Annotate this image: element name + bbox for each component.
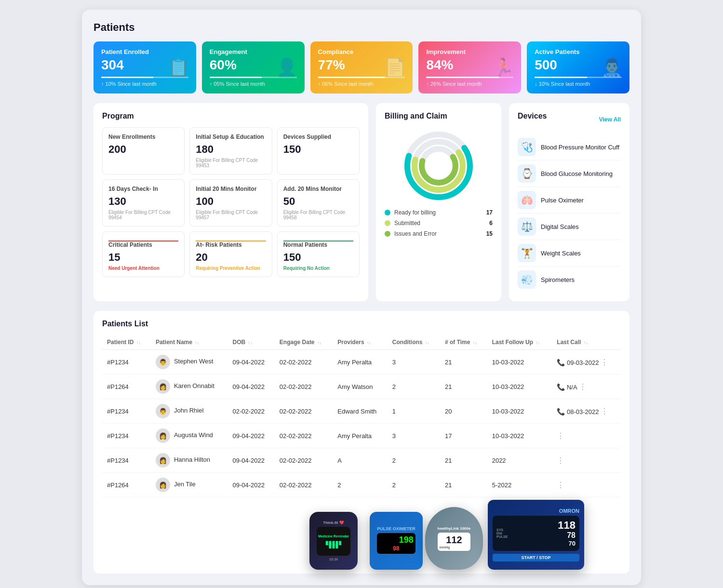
patient-id-cell: #P1234 (102, 448, 151, 473)
patient-follow-cell: 10-03-2022 (487, 424, 552, 448)
program-card-at-risk-patients: At- Risk Patients 20 Requiring Preventiv… (189, 231, 272, 277)
call-icon-gray: 📞 (557, 383, 565, 391)
patient-call-cell: ⋮ (552, 448, 621, 473)
program-card-initial-20-mins: Initial 20 Mins Monitor 100 Eligible For… (189, 179, 272, 227)
stat-card-bar-fill-patient-enrolled (101, 77, 153, 78)
col-header-5[interactable]: Conditions ↑↓ (388, 335, 440, 350)
legend-value-2: 15 (486, 230, 493, 237)
omron-device: OMRON SYSDIAPULSE 118 78 70 START / STOP (488, 500, 584, 570)
main-content-row: Program New Enrollments 200 Initial Setu… (94, 103, 629, 301)
patient-conditions-cell: 1 (388, 399, 440, 424)
donut-chart-container (385, 127, 493, 204)
patient-dob-cell: 09-04-2022 (228, 350, 275, 374)
col-header-8[interactable]: Last Call ↑↓ (552, 335, 621, 350)
stat-card-icon-active-patients: 👨‍⚕️ (601, 57, 623, 78)
patient-avatar: 👩 (156, 379, 170, 394)
prog-card-value-initial-20-mins: 100 (196, 195, 266, 208)
patient-follow-cell: 5-2022 (487, 473, 552, 497)
program-grid: New Enrollments 200 Initial Setup & Educ… (102, 127, 360, 277)
more-options-icon[interactable]: ⋮ (557, 456, 564, 465)
devices-section: Devices View All 🩺 Blood Pressure Monito… (509, 103, 629, 301)
dashboard: Patients Patient Enrolled 304 ↑ 10% Sinc… (82, 10, 641, 585)
device-icon-weight-scales: 🏋️ (518, 244, 536, 262)
bp-monitor-small: healthyLink 1000e 112 mmHg (425, 507, 483, 570)
legend-left-1: Submitted (385, 220, 420, 227)
patient-provider-cell: Edward Smith (333, 399, 388, 424)
patient-dob-cell: 09-04-2022 (228, 374, 275, 399)
patient-time-cell: 20 (440, 399, 487, 424)
patient-engage-cell: 02-02-2022 (275, 424, 333, 448)
patient-engage-cell: 02-02-2022 (275, 399, 333, 424)
col-header-1[interactable]: Patient Name ↑↓ (151, 335, 228, 350)
table-row: #P1264 👩Jen Tile 09-04-2022 02-02-2022 2… (102, 473, 621, 497)
device-item-pulse-oximeter[interactable]: 🫁 Pulse Oximeter (518, 187, 621, 214)
page-title: Patients (94, 21, 629, 34)
devices-list: 🩺 Blood Pressure Monitor Cuff ⌚ Blood Gl… (518, 134, 621, 293)
device-icon-digital-scales: ⚖️ (518, 217, 536, 236)
stat-card-icon-engagement: 👤 (276, 57, 298, 78)
patient-time-cell: 17 (440, 424, 487, 448)
more-options-icon[interactable]: ⋮ (579, 383, 587, 391)
sort-icon-1: ↑↓ (195, 340, 199, 345)
device-item-weight-scales[interactable]: 🏋️ Weight Scales (518, 240, 621, 267)
device-item-spirometers[interactable]: 💨 Spirometers (518, 267, 621, 293)
patient-dob-cell: 02-02-2022 (228, 399, 275, 424)
patient-time-cell: 21 (440, 448, 487, 473)
stat-card-change-engagement: ↑ 05% Since last month (210, 81, 297, 87)
patient-name-cell: 👩Jen Tile (151, 473, 228, 497)
prog-card-title-at-risk-patients: At- Risk Patients (196, 241, 266, 248)
col-header-6[interactable]: # of Time ↑↓ (440, 335, 487, 350)
legend-label-2: Issues and Error (394, 230, 437, 237)
more-options-icon[interactable]: ⋮ (601, 407, 608, 415)
more-options-icon[interactable]: ⋮ (557, 432, 564, 440)
sort-icon-2: ↑↓ (248, 340, 253, 345)
patient-engage-cell: 02-02-2022 (275, 350, 333, 374)
stat-card-title-compliance: Compliance (318, 48, 405, 55)
legend-dot-1 (385, 220, 390, 226)
patient-provider-cell: A (333, 448, 388, 473)
more-options-icon[interactable]: ⋮ (601, 358, 608, 366)
device-name-pulse-oximeter: Pulse Oximeter (541, 197, 584, 204)
patient-dob-cell: 09-04-2022 (228, 424, 275, 448)
patient-id-cell: #P1234 (102, 399, 151, 424)
prog-card-title-add-20-mins: Add. 20 Mins Monitor (283, 186, 353, 192)
prog-card-value-critical-patients: 15 (108, 251, 178, 264)
device-icon-blood-glucose: ⌚ (518, 164, 536, 183)
stat-card-change-compliance: ↑ 06% Since last month (318, 81, 405, 87)
patients-section: Patients List Patient ID ↑↓Patient Name … (94, 311, 629, 574)
patient-conditions-cell: 2 (388, 448, 440, 473)
patient-avatar: 👨 (156, 355, 170, 369)
patient-call-cell: ⋮ (552, 473, 621, 497)
prog-card-value-initial-setup: 180 (196, 143, 266, 156)
device-name-blood-glucose: Blood Glucose Monitoring (541, 170, 613, 177)
prog-card-title-new-enrollments: New Enrollments (108, 134, 178, 140)
stat-card-change-patient-enrolled: ↑ 10% Since last month (101, 81, 188, 87)
col-header-3[interactable]: Engage Date ↑↓ (275, 335, 333, 350)
col-header-0[interactable]: Patient ID ↑↓ (102, 335, 151, 350)
legend-value-1: 6 (489, 220, 493, 227)
col-header-2[interactable]: DOB ↑↓ (228, 335, 275, 350)
device-item-bp-monitor-cuff[interactable]: 🩺 Blood Pressure Monitor Cuff (518, 134, 621, 160)
device-item-blood-glucose[interactable]: ⌚ Blood Glucose Monitoring (518, 160, 621, 187)
view-all-button[interactable]: View All (599, 116, 621, 123)
device-icon-spirometers: 💨 (518, 270, 536, 289)
more-options-icon[interactable]: ⋮ (557, 481, 564, 489)
patient-provider-cell: 2 (333, 473, 388, 497)
stat-card-active-patients: Active Patients 500 ↓ 10% Since last mon… (527, 41, 629, 94)
stat-cards-row: Patient Enrolled 304 ↑ 10% Since last mo… (94, 41, 629, 94)
patient-follow-cell: 10-03-2022 (487, 374, 552, 399)
patient-follow-cell: 10-03-2022 (487, 399, 552, 424)
stat-card-title-patient-enrolled: Patient Enrolled (101, 48, 188, 55)
prog-card-value-at-risk-patients: 20 (196, 251, 266, 264)
device-name-spirometers: Spirometers (541, 276, 575, 283)
sort-icon-5: ↑↓ (425, 340, 429, 345)
prog-card-sub-16-days-checkin: Eligible For Billing CPT Code 99454 (108, 210, 178, 220)
device-item-digital-scales[interactable]: ⚖️ Digital Scales (518, 214, 621, 240)
patient-dob-cell: 09-04-2022 (228, 448, 275, 473)
prog-card-sub-critical-patients: Need Urgent Attention (108, 266, 178, 271)
stat-card-improvement: Improvement 84% ↑ 26% Since last month 🏃 (418, 41, 521, 94)
col-header-4[interactable]: Providers ↑↓ (333, 335, 388, 350)
patient-engage-cell: 02-02-2022 (275, 374, 333, 399)
stat-card-bar-fill-engagement (210, 77, 262, 78)
col-header-7[interactable]: Last Follow Up ↑↓ (487, 335, 552, 350)
